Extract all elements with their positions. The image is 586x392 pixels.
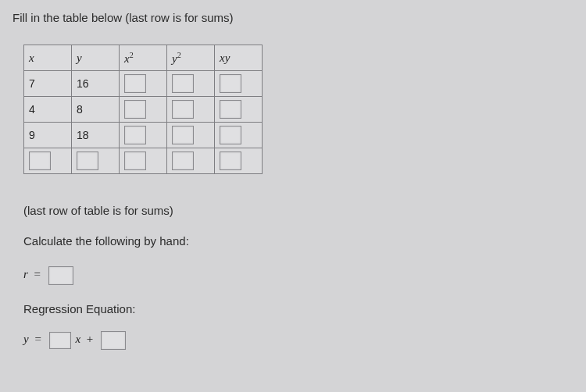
table-row: 9 18 bbox=[24, 123, 263, 148]
x-variable: x bbox=[75, 333, 80, 345]
cell-sum-xy bbox=[215, 148, 263, 174]
table-sum-row bbox=[24, 148, 263, 174]
input-xy-0[interactable] bbox=[220, 74, 241, 93]
input-y2-0[interactable] bbox=[172, 74, 194, 93]
cell-sum-y2 bbox=[167, 148, 215, 174]
instruction-text: Fill in the table below (last row is for… bbox=[13, 11, 573, 24]
cell-sum-x2 bbox=[120, 148, 167, 174]
input-sum-xy[interactable] bbox=[220, 151, 241, 170]
sum-note: (last row of table is for sums) bbox=[23, 204, 573, 217]
input-r[interactable] bbox=[48, 266, 73, 285]
cell-sum-x bbox=[24, 148, 72, 174]
cell-x2 bbox=[120, 71, 167, 97]
equals-sign: = bbox=[34, 268, 41, 280]
cell-y2 bbox=[167, 123, 215, 148]
plus-sign: + bbox=[87, 333, 93, 345]
table-row: 7 16 bbox=[24, 71, 263, 97]
input-y2-2[interactable] bbox=[172, 126, 194, 144]
cell-x: 4 bbox=[24, 97, 72, 123]
equals-sign-2: = bbox=[34, 333, 41, 345]
regression-label: Regression Equation: bbox=[23, 302, 573, 315]
input-sum-y2[interactable] bbox=[172, 151, 194, 170]
col-x: x bbox=[24, 45, 72, 71]
cell-x2 bbox=[120, 97, 167, 123]
cell-sum-y bbox=[72, 148, 120, 174]
table-header-row: x y x2 y2 xy bbox=[24, 45, 263, 71]
r-equation: r = bbox=[23, 266, 573, 285]
yhat-symbol: y bbox=[23, 333, 29, 345]
input-intercept[interactable] bbox=[101, 331, 126, 350]
cell-y: 16 bbox=[72, 71, 120, 97]
cell-y: 18 bbox=[72, 123, 120, 148]
input-x2-0[interactable] bbox=[124, 74, 146, 93]
cell-x: 9 bbox=[24, 123, 72, 148]
input-xy-2[interactable] bbox=[220, 126, 241, 144]
cell-xy bbox=[215, 123, 263, 148]
input-slope[interactable] bbox=[49, 332, 71, 349]
worksheet: Fill in the table below (last row is for… bbox=[0, 0, 586, 350]
cell-y2 bbox=[167, 97, 215, 123]
cell-x2 bbox=[120, 123, 167, 148]
col-y-squared: y2 bbox=[167, 45, 215, 71]
col-xy: xy bbox=[215, 45, 263, 71]
input-sum-y[interactable] bbox=[77, 151, 98, 170]
cell-x: 7 bbox=[24, 71, 72, 97]
col-x-squared: x2 bbox=[120, 45, 167, 71]
col-y: y bbox=[72, 45, 120, 71]
input-sum-x2[interactable] bbox=[124, 151, 146, 170]
cell-y: 8 bbox=[72, 97, 120, 123]
input-xy-1[interactable] bbox=[220, 100, 241, 119]
yhat-equation: y = x + bbox=[23, 331, 573, 350]
cell-xy bbox=[215, 71, 263, 97]
input-y2-1[interactable] bbox=[172, 100, 194, 119]
cell-y2 bbox=[167, 71, 215, 97]
input-x2-2[interactable] bbox=[124, 126, 146, 144]
input-sum-x[interactable] bbox=[29, 151, 51, 170]
table-row: 4 8 bbox=[24, 97, 263, 123]
data-table: x y x2 y2 xy 7 16 4 8 9 18 bbox=[23, 45, 263, 174]
r-symbol: r bbox=[23, 268, 28, 280]
cell-xy bbox=[215, 97, 263, 123]
calculate-label: Calculate the following by hand: bbox=[23, 234, 573, 248]
input-x2-1[interactable] bbox=[124, 100, 146, 119]
